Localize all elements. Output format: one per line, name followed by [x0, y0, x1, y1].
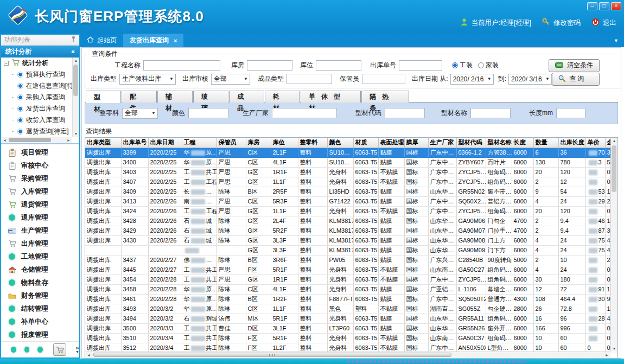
scroll-up-icon[interactable]: ▲: [613, 139, 616, 143]
column-header-库房[interactable]: 库房: [246, 138, 271, 148]
location-input[interactable]: [316, 60, 361, 71]
length-input[interactable]: [556, 108, 585, 118]
sidebar-item-cart-out[interactable]: 出库管理: [1, 237, 79, 250]
sidebar-item-audit[interactable]: 审核中心: [1, 159, 79, 172]
table-row[interactable]: G区3L3F整料KLM38176063-T5贴膜国标山东华…GA90M09.门下…: [85, 245, 618, 255]
material-tab-6[interactable]: 单体型材: [301, 91, 361, 103]
material-tab-2[interactable]: 辅材: [157, 91, 193, 103]
code-input[interactable]: [385, 108, 425, 118]
column-header-出库日期[interactable]: 出库日期: [148, 138, 182, 148]
maximize-button[interactable]: □: [599, 2, 609, 10]
module-dot-icon[interactable]: [11, 347, 16, 353]
table-row[interactable]: 调拨出库34582020/2/28华原…陈琳C区4L1F整料光身料6063-T5…: [85, 284, 618, 294]
tree-item[interactable]: 退货查询[待定]: [1, 126, 72, 137]
column-header-库位[interactable]: 库位: [271, 138, 298, 148]
scroll-left-icon[interactable]: ◄: [3, 138, 7, 142]
audit-select[interactable]: 全部▼: [211, 74, 250, 85]
module-dot-icon[interactable]: [24, 347, 30, 353]
column-header-颜色[interactable]: 颜色: [327, 138, 353, 148]
search-button[interactable]: 查 询: [552, 73, 600, 86]
column-header-材质[interactable]: 材质: [353, 138, 378, 148]
sidebar-item-cart-return[interactable]: 退货管理: [1, 198, 79, 211]
column-header-出库长度[interactable]: 出库长度: [558, 138, 585, 148]
table-row[interactable]: 调拨出库35002020/3/3工共工程曹佳D区3L1F整料LT3P606063…: [85, 323, 618, 333]
column-header-工程[interactable]: 工程: [182, 138, 217, 148]
minimize-button[interactable]: –: [587, 2, 597, 10]
column-header-生产厂家[interactable]: 生产厂家: [428, 138, 456, 148]
column-header-整零料[interactable]: 整零料: [298, 138, 327, 148]
sidebar-item-circle[interactable]: 工地管理: [1, 250, 79, 263]
tab-overflow-icon[interactable]: ▼: [614, 38, 624, 43]
sidebar-item-cart[interactable]: 采购管理: [1, 172, 79, 185]
clear-conditions-button[interactable]: 清空条件: [549, 59, 600, 72]
column-header-表面处理[interactable]: 表面处理: [378, 138, 404, 148]
sidebar-item-finance[interactable]: 财务管理: [1, 289, 79, 302]
table-row[interactable]: 调拨出库34002020/2/25华原…严思C区4L1F整料SU10…6063-…: [85, 157, 618, 167]
table-row[interactable]: 调拨出库35102020/3/4工共工程陈琳F区5R1F整料光身料6063-T5…: [85, 333, 618, 343]
table-row[interactable]: 调拨出库34032020/2/25工共工程严思G区1R1F整料光身料6063-T…: [85, 167, 618, 177]
order-no-input[interactable]: [399, 60, 442, 71]
table-row[interactable]: 调拨出库34372020/2/27佛…陈琳B区3R6F整料PW056063-T5…: [85, 255, 618, 265]
change-password[interactable]: 修改密码: [542, 18, 581, 28]
table-row[interactable]: 调拨出库33992020/2/25华原…严思C区2L1F整料SU10…6063-…: [85, 148, 618, 157]
column-header-出库类型[interactable]: 出库类型: [85, 138, 121, 148]
project-input[interactable]: [143, 60, 220, 71]
column-header-保管员[interactable]: 保管员: [217, 138, 246, 148]
table-row[interactable]: 调拨出库34932020/3/2华原…陈琳C区1L1F整料黑色塑料不贴膜国标湖南…: [85, 304, 618, 314]
material-tab-0[interactable]: 型材: [86, 91, 121, 103]
date-to-picker[interactable]: 2020/ 3/16▼: [508, 74, 552, 85]
scroll-down-icon[interactable]: ▼: [74, 132, 78, 136]
logout[interactable]: 退出: [591, 18, 616, 28]
tab-shipment-query[interactable]: 发货出库查询 ×: [123, 34, 183, 47]
product-type-input[interactable]: [286, 74, 332, 84]
column-header-型材名称[interactable]: 型材名称: [486, 138, 512, 148]
scroll-right-icon[interactable]: ►: [67, 138, 71, 142]
scroll-up-icon[interactable]: ▲: [74, 59, 78, 62]
part-select[interactable]: 全部▼: [122, 108, 158, 119]
material-tab-4[interactable]: 成品: [229, 91, 264, 103]
sidebar-item-circle[interactable]: 物料盘存: [1, 276, 79, 289]
radio-jiazhuang[interactable]: 家装: [478, 61, 499, 70]
grid-hscroll-thumb[interactable]: [93, 353, 451, 357]
factory-input[interactable]: [272, 108, 337, 118]
sidebar-item-circle[interactable]: 结转管理: [1, 302, 79, 315]
tree-item[interactable]: 发货出库查询: [1, 103, 72, 114]
keeper-input[interactable]: [362, 74, 405, 84]
close-button[interactable]: ×: [611, 2, 621, 10]
table-row[interactable]: 调拨出库34292020/2/26石城陈琳G区5R2F整料KLM38176063…: [85, 226, 618, 235]
tree-expand-icon[interactable]: −: [4, 61, 9, 66]
table-row[interactable]: 调拨出库34302020/2/26石城陈琳G区3L3F整料KLM38176063…: [85, 235, 618, 245]
table-row[interactable]: 调拨出库34242020/2/26工工程严思G区1L1F整料光身料6063-T5…: [85, 206, 618, 216]
tree-vscroll-thumb[interactable]: [73, 65, 78, 96]
sidebar-item-cart-in[interactable]: 入库管理: [1, 185, 79, 198]
scroll-right-icon[interactable]: ►: [605, 353, 609, 357]
column-header-单价[interactable]: 单价: [585, 138, 605, 148]
material-tab-5[interactable]: 耗材: [265, 91, 300, 103]
sidebar-item-warehouse[interactable]: 仓储管理: [1, 263, 79, 276]
close-tab-icon[interactable]: ×: [174, 37, 177, 44]
table-row[interactable]: 调拨出库34942020/3/2石辉城汤伟M区5R1F整料光身料6063-T5贴…: [85, 314, 618, 323]
tree-item[interactable]: 收货入库查询: [1, 114, 72, 126]
table-row[interactable]: 调拨出库34132020/2/26南…严思C区5R3F整料G714226063-…: [85, 196, 618, 206]
material-tab-3[interactable]: 玻璃: [193, 91, 228, 103]
table-row[interactable]: 调拨出库34072020/2/25工工程严思G区1L1F整料光身料6063-T5…: [85, 177, 618, 187]
warehouse-input[interactable]: [247, 60, 292, 71]
tab-home[interactable]: 起始页: [80, 34, 123, 47]
sidebar-item-circle[interactable]: 补单中心: [1, 315, 79, 328]
table-row[interactable]: 调拨出库34092020/2/25长…陈琳B区2R5F整料LI35HD6063-…: [85, 187, 618, 196]
sidebar-item-circle[interactable]: 报废管理: [1, 328, 79, 341]
radio-gongzhuang[interactable]: 工装: [452, 61, 473, 70]
material-tab-7[interactable]: 隔热条: [361, 91, 409, 103]
table-row[interactable]: 调拨出库34282020/2/26石城陈琳G区2L4F整料KLM38176063…: [85, 216, 618, 226]
column-header-长度[interactable]: 长度: [512, 138, 533, 148]
table-row[interactable]: 调拨出库34542020/2/28工共工程严思G区1R1F整料光身料6063-T…: [85, 274, 618, 284]
material-tab-1[interactable]: 配件: [122, 91, 157, 103]
scroll-left-icon[interactable]: ◄: [87, 353, 91, 357]
table-row[interactable]: 调拨出库34452020/2/27工共工程严思F区5R1F整料光身料6063-T…: [85, 265, 618, 274]
collapse-icon[interactable]: «: [71, 48, 75, 55]
column-header-型材代码[interactable]: 型材代码: [456, 138, 486, 148]
out-type-select[interactable]: 生产领料出库▼: [119, 74, 176, 85]
name-input[interactable]: [470, 108, 511, 118]
column-header-出库单号[interactable]: 出库单号: [121, 138, 148, 148]
table-row[interactable]: 调拨出库34612020/2/28华原…陈琳B区1R2F整料F8877FT606…: [85, 294, 618, 304]
